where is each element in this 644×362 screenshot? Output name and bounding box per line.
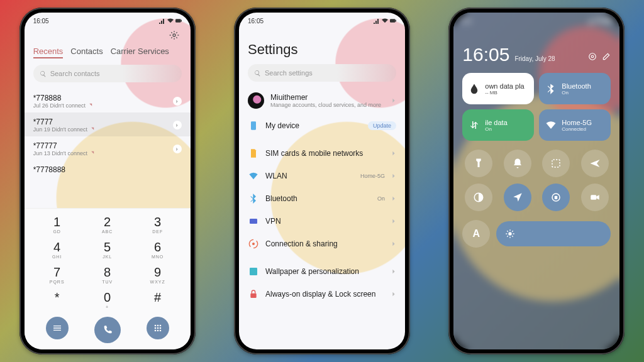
search-contacts[interactable]: Search contacts (33, 65, 182, 82)
svg-point-7 (157, 327, 158, 329)
settings-bluetooth[interactable]: Bluetooth On (248, 187, 396, 210)
call-detail-button[interactable] (173, 121, 182, 129)
settings-account[interactable]: Miuithemer Manage accounts, cloud servic… (248, 87, 396, 114)
chevron-right-icon (391, 98, 396, 103)
brightness-slider[interactable] (496, 221, 611, 246)
toggle-airplane[interactable] (581, 150, 609, 177)
tab-carrier[interactable]: Carrier Services (111, 47, 169, 58)
search-placeholder: Search settings (265, 69, 313, 77)
status-bar: EA (453, 13, 619, 26)
svg-rect-19 (604, 19, 610, 23)
call-row[interactable]: *77777 Jun 13 Didn't connect (25, 136, 191, 160)
key-hash[interactable]: # (133, 288, 183, 312)
call-row[interactable]: *7777 Jun 19 Didn't connect (25, 112, 191, 136)
tile-data-plan[interactable]: own data pla-- MB (462, 73, 534, 104)
cc-time: 16:05 (462, 44, 509, 65)
call-number: *77777 (33, 141, 94, 150)
rotation-lock-icon (550, 192, 562, 203)
sim-icon (248, 148, 258, 158)
settings-vpn[interactable]: VPN (248, 210, 396, 233)
toggle-dnd[interactable] (504, 150, 531, 177)
phone-control-center: EA 16:05 Friday, July 28 own data pla-- (448, 8, 625, 354)
video-icon (589, 192, 601, 203)
wallpaper-icon (248, 266, 258, 277)
signal-icon (588, 18, 594, 24)
chevron-right-icon (391, 219, 396, 224)
tab-contacts[interactable]: Contacts (70, 47, 103, 58)
location-icon (512, 192, 523, 203)
scissors-icon (550, 158, 562, 169)
dialer-menu-button[interactable] (46, 317, 69, 339)
data-arrows-icon (469, 119, 480, 131)
cc-edit-icon[interactable] (602, 52, 611, 61)
key-8[interactable]: 8TUV (82, 263, 133, 287)
svg-point-22 (589, 53, 596, 60)
settings-connection[interactable]: Connection & sharing (248, 233, 396, 255)
call-row[interactable]: *778888 Jul 26 Didn't connect (25, 89, 191, 112)
phone-settings: 16:05 Settings Search settings Miuitheme… (234, 8, 410, 354)
call-detail-button[interactable] (173, 97, 182, 106)
wifi-icon (545, 119, 557, 131)
phone-dialer: 16:05 Recents Contacts Carrier Services … (19, 8, 196, 354)
toggle-font[interactable]: A (462, 220, 490, 248)
tab-recents[interactable]: Recents (33, 47, 64, 58)
svg-point-11 (159, 330, 161, 332)
key-4[interactable]: 4GHI (32, 238, 82, 261)
share-icon (248, 239, 258, 249)
call-detail-button[interactable] (173, 145, 182, 153)
call-sub: Jun 13 Didn't connect (33, 150, 94, 156)
call-row[interactable]: *7778888 (25, 160, 191, 178)
key-3[interactable]: 3DEF (133, 212, 183, 236)
settings-my-device[interactable]: My device Update (248, 114, 396, 137)
key-2[interactable]: 2ABC (82, 212, 133, 236)
outgoing-icon (87, 103, 92, 108)
battery-icon (175, 18, 182, 24)
key-5[interactable]: 5JKL (82, 238, 133, 261)
settings-sim[interactable]: SIM cards & mobile networks (248, 142, 396, 165)
tile-mobile-data[interactable]: ile dataOn (462, 109, 534, 141)
svg-point-3 (154, 325, 156, 327)
settings-wallpaper[interactable]: Wallpaper & personalization (248, 260, 396, 283)
toggle-location[interactable] (504, 184, 531, 211)
svg-rect-17 (250, 268, 257, 275)
search-settings[interactable]: Search settings (248, 64, 396, 82)
bt-value: On (377, 195, 385, 202)
key-7[interactable]: 7PQRS (32, 263, 82, 287)
dial-button[interactable] (94, 317, 121, 343)
key-9[interactable]: 9WXYZ (133, 263, 183, 287)
key-star[interactable]: * (32, 288, 82, 312)
toggle-screenshot[interactable] (542, 150, 570, 177)
wifi-icon (596, 18, 602, 24)
menu-icon (52, 323, 62, 333)
status-time: 16:05 (248, 18, 264, 25)
status-carrier: EA (462, 18, 470, 25)
update-badge: Update (368, 121, 396, 130)
dialer-grid-button[interactable] (147, 317, 169, 339)
bluetooth-icon (248, 194, 258, 204)
toggle-darkmode[interactable] (465, 184, 492, 211)
svg-rect-27 (591, 195, 596, 200)
phone-device-icon (248, 121, 258, 131)
wifi-icon (167, 18, 174, 24)
cc-settings-icon[interactable] (588, 52, 597, 61)
key-1[interactable]: 1GD (32, 212, 82, 236)
svg-rect-20 (610, 20, 611, 22)
toggle-record[interactable] (581, 184, 609, 211)
toggle-rotation[interactable] (542, 184, 570, 211)
settings-gear-icon[interactable] (169, 30, 179, 40)
key-6[interactable]: 6MNO (133, 238, 183, 261)
settings-wlan[interactable]: WLAN Home-5G (248, 165, 396, 187)
svg-rect-26 (555, 196, 558, 199)
outgoing-icon (89, 127, 94, 132)
tile-bluetooth[interactable]: BluetoothOn (539, 73, 611, 104)
svg-point-21 (592, 55, 594, 58)
key-0[interactable]: 0+ (82, 288, 133, 312)
svg-point-5 (159, 325, 161, 327)
dial-keypad: 1GD 2ABC 3DEF 4GHI 5JKL 6MNO 7PQRS 8TUV … (25, 208, 191, 349)
cc-date: Friday, July 28 (514, 55, 555, 62)
toggle-flashlight[interactable] (465, 150, 492, 177)
battery-icon (390, 18, 396, 24)
svg-point-9 (154, 330, 156, 332)
settings-aod[interactable]: Always-on display & Lock screen (248, 283, 396, 305)
tile-wifi[interactable]: Home-5GConnected (539, 109, 611, 141)
